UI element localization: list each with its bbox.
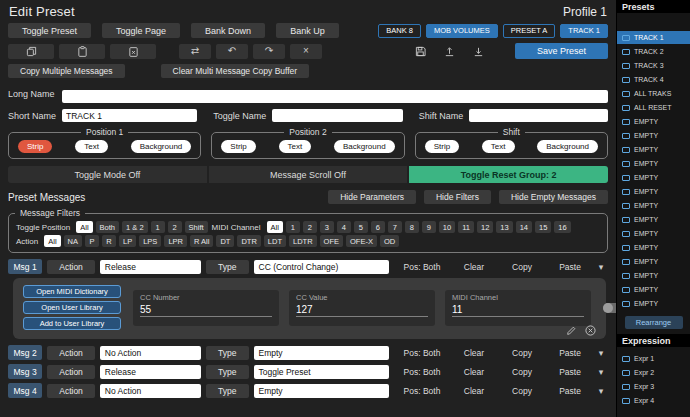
preset-list-item[interactable]: EMPTY — [617, 129, 690, 142]
type-select[interactable]: CC (Control Change) — [254, 260, 389, 274]
action-filter-chip[interactable]: OD — [380, 235, 399, 247]
action-filter-chip[interactable]: LPR — [164, 235, 187, 247]
copy-multiple-messages-button[interactable]: Copy Multiple Messages — [8, 64, 125, 78]
toggle-position-chip[interactable]: 2 — [168, 221, 182, 233]
toggle-position-chip[interactable]: 1 — [151, 221, 165, 233]
preset-list-item[interactable]: EMPTY — [617, 171, 690, 184]
msg-number-button[interactable]: Msg 4 — [8, 383, 42, 398]
copy-button[interactable]: Copy — [498, 367, 546, 377]
action-label-button[interactable]: Action — [47, 346, 95, 360]
add-to-user-library-button[interactable]: Add to User Library — [23, 317, 121, 330]
long-name-input[interactable] — [62, 90, 608, 103]
upload-icon[interactable] — [444, 46, 455, 57]
close-circle-icon[interactable] — [585, 325, 596, 336]
action-label-button[interactable]: Action — [47, 365, 95, 379]
midi-channel-chip[interactable]: 7 — [388, 221, 402, 233]
midi-channel-chip[interactable]: 8 — [405, 221, 419, 233]
midi-channel-chip[interactable]: 9 — [422, 221, 436, 233]
shift-text-button[interactable]: Text — [482, 140, 515, 153]
position-2-background-button[interactable]: Background — [334, 140, 395, 153]
action-label-button[interactable]: Action — [47, 260, 95, 274]
preset-list-item[interactable]: EMPTY — [617, 157, 690, 170]
clear-button[interactable]: Clear — [450, 262, 498, 272]
action-filter-chip[interactable]: OFE — [320, 235, 343, 247]
preset-list-item[interactable]: EMPTY — [617, 143, 690, 156]
pos-button[interactable]: Pos: Both — [394, 262, 450, 272]
toggle-position-chip[interactable]: Both — [96, 221, 119, 233]
expand-caret-icon[interactable]: ▾ — [594, 386, 608, 396]
cc-value-value[interactable]: 127 — [296, 302, 428, 317]
type-label-button[interactable]: Type — [206, 365, 248, 379]
action-filter-chip[interactable]: LDT — [264, 235, 286, 247]
download-icon[interactable] — [473, 46, 484, 57]
action-filter-chip[interactable]: R — [102, 235, 116, 247]
action-filter-chip[interactable]: LPS — [139, 235, 161, 247]
paste-icon[interactable] — [59, 44, 105, 59]
paste-button[interactable]: Paste — [546, 348, 594, 358]
position-1-background-button[interactable]: Background — [131, 140, 192, 153]
type-label-button[interactable]: Type — [206, 346, 248, 360]
action-filter-chip[interactable]: P — [85, 235, 99, 247]
toggle-reset-group-tab[interactable]: Toggle Reset Group: 2 — [409, 166, 608, 183]
shift-name-input[interactable] — [469, 109, 608, 122]
toggle-mode-tab[interactable]: Toggle Mode Off — [8, 166, 207, 183]
position-1-strip-button[interactable]: Strip — [18, 140, 52, 153]
cc-value-field[interactable]: CC Value 127 — [289, 290, 435, 326]
msg-number-button[interactable]: Msg 1 — [8, 259, 42, 274]
midi-channel-chip[interactable]: 2 — [303, 221, 317, 233]
expression-list-item[interactable]: Expr 1 — [617, 352, 690, 365]
pos-button[interactable]: Pos: Both — [394, 386, 450, 396]
midi-channel-chip[interactable]: 5 — [354, 221, 368, 233]
preset-list-item[interactable]: TRACK 2 — [617, 45, 690, 58]
pos-button[interactable]: Pos: Both — [394, 348, 450, 358]
preset-list-item[interactable]: EMPTY — [617, 283, 690, 296]
position-2-text-button[interactable]: Text — [279, 140, 312, 153]
position-1-text-button[interactable]: Text — [75, 140, 108, 153]
pos-button[interactable]: Pos: Both — [394, 367, 450, 377]
type-label-button[interactable]: Type — [206, 384, 248, 398]
type-select[interactable]: Empty — [254, 384, 389, 398]
save-preset-button[interactable]: Save Preset — [515, 43, 608, 59]
expression-list-item[interactable]: Expr 2 — [617, 366, 690, 379]
action-filter-chip[interactable]: DT — [216, 235, 234, 247]
copy-icon[interactable] — [8, 44, 54, 59]
shift-background-button[interactable]: Background — [537, 140, 598, 153]
action-select[interactable]: Release — [100, 365, 201, 379]
expression-list-item[interactable]: Expr 3 — [617, 380, 690, 393]
clear-button[interactable]: Clear — [450, 386, 498, 396]
clear-clipboard-icon[interactable] — [110, 44, 156, 59]
midi-channel-field-value[interactable]: 11 — [452, 302, 584, 317]
hide-empty-messages-button[interactable]: Hide Empty Messages — [499, 190, 608, 204]
tab-bank-name[interactable]: MOB VOLUMES — [426, 24, 498, 38]
action-filter-chip[interactable]: NA — [64, 235, 82, 247]
midi-channel-chip[interactable]: 3 — [320, 221, 334, 233]
action-select[interactable]: No Action — [100, 346, 201, 360]
clear-multi-message-buffer-button[interactable]: Clear Multi Message Copy Buffer — [161, 64, 310, 78]
type-select[interactable]: Toggle Preset — [254, 365, 389, 379]
hide-parameters-button[interactable]: Hide Parameters — [328, 190, 416, 204]
save-icon[interactable] — [415, 46, 426, 57]
action-select[interactable]: No Action — [100, 384, 201, 398]
midi-channel-chip[interactable]: 1 — [286, 221, 300, 233]
paste-button[interactable]: Paste — [546, 386, 594, 396]
preset-list-item[interactable]: ALL TRAKS — [617, 87, 690, 100]
preset-list-item[interactable]: EMPTY — [617, 213, 690, 226]
preset-list-item[interactable]: ALL RESET — [617, 101, 690, 114]
midi-channel-chip[interactable]: 4 — [337, 221, 351, 233]
action-filter-chip[interactable]: All — [44, 235, 60, 247]
expand-caret-icon[interactable]: ▾ — [594, 262, 608, 272]
preset-list-item[interactable]: EMPTY — [617, 199, 690, 212]
open-midi-dictionary-button[interactable]: Open MIDI Dictionary — [23, 285, 121, 298]
rearrange-button[interactable]: Rearrange — [625, 316, 683, 329]
action-filter-chip[interactable]: R All — [190, 235, 213, 247]
preset-list-item[interactable]: TRACK 1 — [617, 31, 690, 44]
action-filter-chip[interactable]: LDTR — [289, 235, 317, 247]
clear-button[interactable]: Clear — [450, 367, 498, 377]
copy-button[interactable]: Copy — [498, 386, 546, 396]
type-select[interactable]: Empty — [254, 346, 389, 360]
action-filter-chip[interactable]: LP — [119, 235, 136, 247]
delete-icon[interactable]: × — [290, 44, 322, 59]
message-scroll-tab[interactable]: Message Scroll Off — [209, 166, 408, 183]
copy-button[interactable]: Copy — [498, 348, 546, 358]
preset-list-item[interactable]: EMPTY — [617, 297, 690, 310]
